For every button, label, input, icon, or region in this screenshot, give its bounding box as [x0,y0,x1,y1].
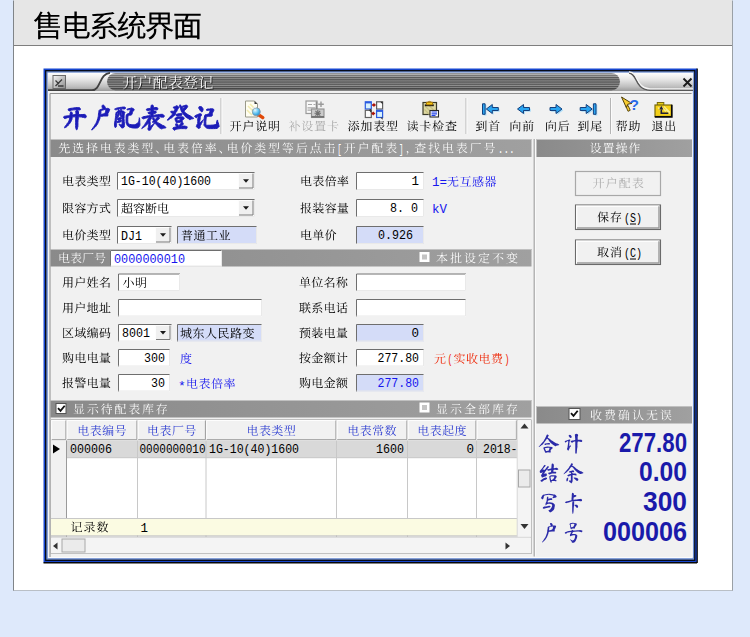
svg-text:277.80: 277.80 [378,352,420,366]
svg-text:): ) [505,353,510,367]
svg-text:DJ1: DJ1 [121,230,142,244]
svg-text:(: ( [448,353,453,367]
svg-text:kV: kV [432,203,448,217]
svg-text:000006: 000006 [70,443,112,457]
svg-text:8. 0: 8. 0 [390,202,418,216]
svg-text:277.80: 277.80 [378,377,420,391]
svg-text:1600: 1600 [376,443,404,457]
svg-text:]: ] [399,143,404,157]
svg-text:1G-10(40)1600: 1G-10(40)1600 [209,443,299,457]
svg-text:300: 300 [144,352,165,366]
svg-text:?: ? [630,96,639,113]
svg-text:0.926: 0.926 [378,229,413,243]
svg-text:(C): (C) [624,247,642,261]
svg-text:300: 300 [643,487,687,517]
svg-text:...: ... [498,143,515,157]
svg-text:0.00: 0.00 [639,457,687,487]
svg-text:1: 1 [141,522,149,536]
svg-text:1: 1 [411,175,419,189]
svg-text:1=: 1= [432,176,447,190]
svg-text:0000000010: 0000000010 [140,443,206,457]
svg-text:000006: 000006 [603,517,687,547]
svg-text:30: 30 [151,377,165,391]
svg-text:0: 0 [466,443,474,457]
svg-text:2018-: 2018- [483,443,518,457]
svg-text:0: 0 [411,327,419,341]
svg-text:277.80: 277.80 [619,428,687,458]
svg-text:*: * [178,379,186,394]
svg-text:0000000010: 0000000010 [114,253,185,267]
svg-text:(S): (S) [624,212,642,226]
svg-text:[: [ [337,143,342,157]
svg-text:8001: 8001 [122,327,150,341]
svg-text:1G-10(40)1600: 1G-10(40)1600 [121,175,211,189]
